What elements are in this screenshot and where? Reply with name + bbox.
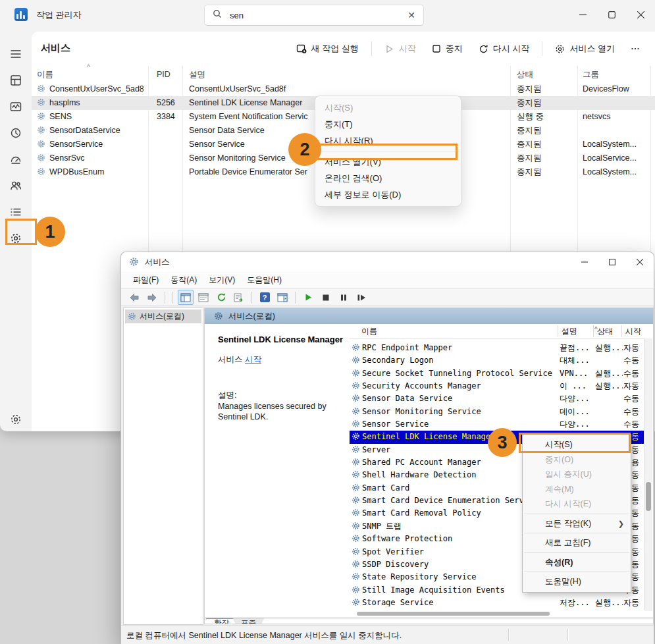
toolbar-divider bbox=[295, 292, 296, 304]
service-row[interactable]: Sensor Monitoring Service데이...수동 bbox=[350, 406, 644, 418]
cell-group: LocalSystem... bbox=[583, 138, 651, 151]
mmc-close-button[interactable] bbox=[626, 252, 654, 272]
stop-button[interactable]: 중지 bbox=[425, 38, 470, 59]
show-tree-button[interactable] bbox=[178, 290, 194, 305]
cell-status: 중지됨 bbox=[517, 165, 577, 179]
mmc-minimize-button[interactable] bbox=[571, 252, 598, 272]
search-input[interactable]: sen bbox=[230, 11, 407, 20]
stop-service-button[interactable] bbox=[318, 290, 334, 305]
play-button[interactable]: 시작 bbox=[377, 38, 423, 59]
back-button[interactable] bbox=[126, 290, 142, 305]
service-row[interactable]: RPC Endpoint Mapper끝점...실행...자동 bbox=[350, 342, 644, 354]
service-name: ConsentUxUserSvc_5ad8f bbox=[49, 84, 144, 94]
forward-button[interactable] bbox=[144, 290, 160, 305]
service-name: hasplms bbox=[49, 98, 80, 107]
cell-pid: 3384 bbox=[157, 110, 183, 124]
new-task-button[interactable]: 새 작업 실행 bbox=[289, 38, 366, 59]
refresh-button[interactable] bbox=[213, 290, 229, 305]
menu-item[interactable]: 세부 정보로 이동(D) bbox=[315, 186, 461, 203]
cell-group: netsvcs bbox=[583, 110, 651, 124]
minimize-button[interactable] bbox=[568, 0, 597, 30]
sidebar-item-menu[interactable] bbox=[3, 41, 29, 67]
menu-파일(F)[interactable]: 파일(F) bbox=[128, 273, 164, 288]
search-box[interactable]: sen ✕ bbox=[204, 5, 424, 26]
menu-item[interactable]: 온라인 검색(O) bbox=[315, 170, 461, 186]
column-header-name[interactable]: 이름 bbox=[37, 68, 144, 82]
more-options-button[interactable] bbox=[623, 38, 647, 59]
sidebar-item-settings[interactable] bbox=[3, 406, 29, 433]
list-column-desc[interactable]: 설명 bbox=[562, 326, 577, 337]
list-column-name[interactable]: 이름 bbox=[361, 326, 377, 337]
menu-item[interactable]: 속성(R) bbox=[523, 555, 631, 570]
menu-item: 시작(S) bbox=[315, 99, 461, 116]
scrollbar-thumb[interactable] bbox=[646, 482, 651, 511]
service-row[interactable]: Secure Socket Tunneling Protocol Service… bbox=[350, 367, 644, 380]
pause-service-button[interactable] bbox=[336, 290, 352, 305]
mmc-maximize-button[interactable] bbox=[598, 252, 626, 272]
restart-service-button[interactable] bbox=[354, 290, 369, 305]
service-row[interactable]: Secondary Logon대체...수동 bbox=[350, 354, 644, 367]
service-name: Still Image Acquisition Events bbox=[362, 585, 505, 595]
horizontal-scrollbar[interactable] bbox=[350, 610, 644, 618]
service-name: WPDBusEnum bbox=[49, 167, 104, 176]
menu-item: 다시 시작(E) bbox=[523, 496, 631, 512]
sidebar-item-processes[interactable] bbox=[3, 67, 29, 94]
service-name: Spot Verifier bbox=[362, 547, 424, 556]
column-header-group[interactable]: 그룹 bbox=[583, 68, 651, 82]
sidebar-item-startup-apps[interactable] bbox=[3, 146, 29, 173]
list-column-startup[interactable]: 시작 bbox=[625, 326, 641, 337]
help-icon: ? bbox=[260, 292, 270, 302]
menu-item[interactable]: 새로 고침(F) bbox=[523, 535, 631, 550]
service-row[interactable]: Security Accounts Manager이 ...실행...자동 bbox=[350, 380, 644, 392]
stop-icon bbox=[432, 44, 441, 53]
menu-보기(V)[interactable]: 보기(V) bbox=[203, 273, 240, 288]
menu-item[interactable]: 모든 작업(K)❯ bbox=[523, 516, 631, 531]
tab-확장[interactable]: 확장 bbox=[206, 618, 237, 624]
window-title: 작업 관리자 bbox=[36, 9, 82, 21]
cell-status bbox=[595, 406, 623, 418]
sidebar-item-users[interactable] bbox=[3, 173, 29, 199]
column-header-pid[interactable]: PID bbox=[157, 68, 183, 82]
column-header-status[interactable]: 상태 bbox=[517, 68, 577, 82]
pane-header-label: 서비스(로컬) bbox=[228, 311, 275, 322]
tab-표준[interactable]: 표준 bbox=[233, 618, 264, 624]
service-row[interactable]: Sensor Data Service다양...수동 bbox=[350, 392, 644, 405]
help-button[interactable]: ? bbox=[257, 290, 273, 305]
vertical-scrollbar[interactable] bbox=[644, 338, 652, 611]
menu-동작(A)[interactable]: 동작(A) bbox=[165, 273, 202, 288]
close-button[interactable] bbox=[626, 0, 655, 30]
menu-item[interactable]: 도움말(H) bbox=[523, 574, 631, 589]
toolbar-divider bbox=[251, 292, 252, 304]
action-pane-button[interactable] bbox=[275, 290, 290, 305]
properties-window-button[interactable] bbox=[196, 290, 211, 305]
list-column-status[interactable]: 상태 bbox=[597, 326, 613, 337]
menu-separator bbox=[524, 514, 629, 514]
column-header-desc[interactable]: 설명 bbox=[189, 68, 505, 82]
start-service-button[interactable] bbox=[300, 290, 316, 305]
sidebar-item-performance[interactable] bbox=[3, 94, 29, 120]
service-name: SensorDataService bbox=[49, 126, 120, 135]
sidebar-item-app-history[interactable] bbox=[3, 120, 29, 146]
details-icon bbox=[9, 205, 22, 219]
tree-item-services-local[interactable]: 서비스(로컬) bbox=[125, 309, 201, 323]
search-clear-icon[interactable]: ✕ bbox=[407, 10, 415, 20]
maximize-button[interactable] bbox=[597, 0, 626, 30]
cell-startup: 수동 bbox=[623, 418, 644, 431]
service-row[interactable]: Storage Service저장...실행...자동 bbox=[350, 597, 644, 606]
open-services-button[interactable]: 서비스 열기 bbox=[548, 38, 622, 59]
table-row[interactable]: ConsentUxUserSvc_5ad8fConsentUxUserSvc_5… bbox=[32, 82, 655, 96]
restart-button[interactable]: 다시 시작 bbox=[471, 38, 537, 59]
help-icon: ? bbox=[260, 292, 270, 302]
export-list-button[interactable] bbox=[231, 290, 247, 305]
cell-group: DevicesFlow bbox=[583, 82, 651, 96]
cell-name: SensrSvc bbox=[37, 151, 144, 165]
scrollbar-thumb[interactable] bbox=[357, 612, 550, 616]
cell-name: WPDBusEnum bbox=[37, 165, 144, 179]
start-service-link[interactable]: 시작 bbox=[245, 355, 261, 364]
menu-item[interactable]: 중지(T) bbox=[315, 116, 461, 132]
menu-도움말(H)[interactable]: 도움말(H) bbox=[242, 273, 287, 288]
service-name: Server bbox=[362, 445, 390, 454]
annotation-step-2: 2 bbox=[288, 133, 321, 166]
cell-name: RPC Endpoint Mapper bbox=[352, 342, 571, 354]
service-name: Software Protection bbox=[362, 534, 452, 543]
